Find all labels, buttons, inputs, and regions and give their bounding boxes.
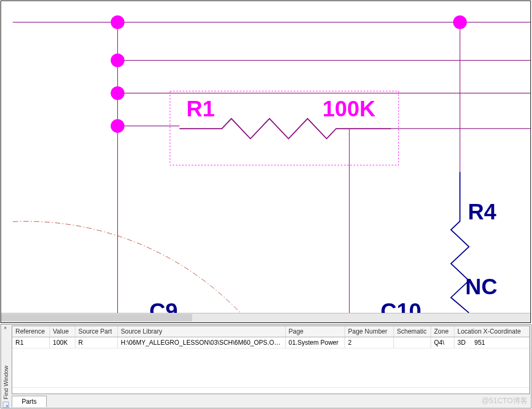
svg-rect-15 (6, 405, 8, 407)
schematic-svg[interactable]: R1 100K R4 NC C9 C10 (13, 1, 530, 313)
col-zone[interactable]: Zone (431, 326, 454, 337)
cell-reference[interactable]: R1 (12, 337, 49, 348)
close-icon[interactable]: × (3, 326, 8, 331)
grid-row-empty (12, 348, 530, 388)
c10-ref-text[interactable]: C10 (381, 299, 422, 313)
find-window-panel: × Find Window Reference Value Source Pa (1, 324, 531, 408)
tab-parts[interactable]: Parts (12, 396, 47, 407)
scrollbar-thumb[interactable] (1, 314, 192, 321)
svg-point-10 (111, 86, 125, 100)
col-source-library[interactable]: Source Library (117, 326, 285, 337)
horizontal-scrollbar[interactable] (1, 313, 530, 322)
svg-point-9 (111, 54, 125, 67)
col-schematic[interactable]: Schematic (393, 326, 431, 337)
col-source-part[interactable]: Source Part (75, 326, 117, 337)
cell-source-library[interactable]: H:\06MY_ALLEGRO_LESSON\03\SCH\6M60_OPS.O… (117, 337, 285, 348)
grid-header-row[interactable]: Reference Value Source Part Source Libra… (12, 326, 530, 337)
cell-schematic[interactable] (393, 337, 431, 348)
svg-point-12 (453, 15, 467, 29)
r1-ref-text[interactable]: R1 (186, 96, 215, 121)
cell-page[interactable]: 01.System Power (285, 337, 345, 348)
find-icon (3, 402, 9, 408)
col-page[interactable]: Page (285, 326, 345, 337)
cell-zone[interactable]: Q4\ (431, 337, 454, 348)
cell-value[interactable]: 100K (49, 337, 75, 348)
cell-source-part[interactable]: R (75, 337, 117, 348)
col-value[interactable]: Value (49, 326, 75, 337)
panel-tabs: Parts (12, 395, 47, 407)
results-grid[interactable]: Reference Value Source Part Source Libra… (12, 326, 530, 394)
r4-val-text[interactable]: NC (465, 274, 497, 299)
r4-ref-text[interactable]: R4 (468, 199, 496, 224)
vertical-ruler (1, 1, 13, 313)
panel-title: Find Window (1, 333, 11, 408)
col-page-number[interactable]: Page Number (345, 326, 393, 337)
svg-point-11 (111, 119, 125, 133)
r1-val-text[interactable]: 100K (322, 96, 375, 121)
drawing-area[interactable]: R1 100K R4 NC C9 C10 (13, 1, 530, 313)
cell-page-number[interactable]: 2 (345, 337, 393, 348)
c9-ref-text[interactable]: C9 (149, 299, 178, 313)
svg-point-8 (111, 15, 125, 29)
grid-row[interactable]: R1 100K R H:\06MY_ALLEGRO_LESSON\03\SCH\… (12, 337, 530, 348)
col-loc-x[interactable]: Location X-Coordinate (454, 326, 530, 337)
schematic-canvas[interactable]: R1 100K R4 NC C9 C10 (1, 1, 531, 323)
cell-loc-x[interactable]: 3D 951 (454, 337, 530, 348)
col-reference[interactable]: Reference (12, 326, 49, 337)
